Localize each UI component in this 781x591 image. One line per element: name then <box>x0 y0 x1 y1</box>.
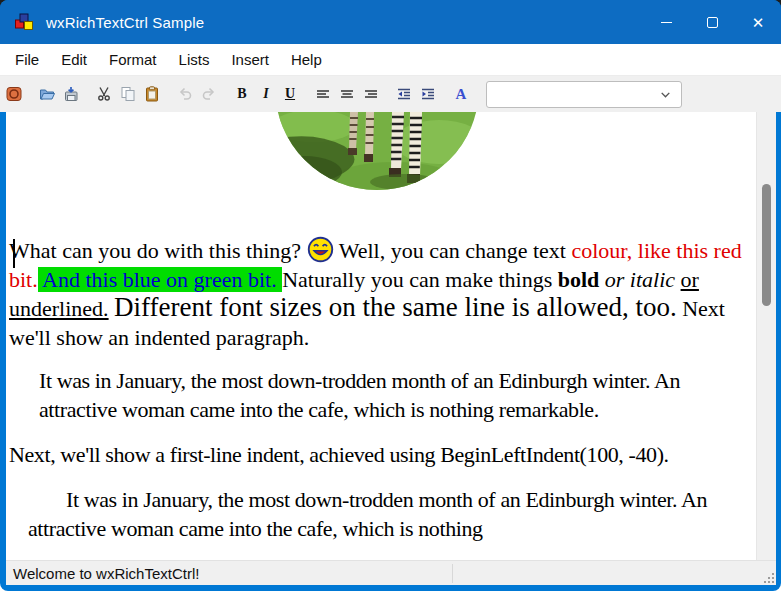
smiley-face-icon <box>307 238 334 263</box>
text-run-normal: What can you do with this thing? <box>9 238 307 263</box>
bold-button[interactable]: B <box>231 82 253 106</box>
toolbar-group: BIU <box>230 82 302 106</box>
toolbar-group <box>392 82 440 106</box>
menu-lists[interactable]: Lists <box>168 44 221 75</box>
cut-button[interactable] <box>93 82 115 106</box>
window-title: wxRichTextCtrl Sample <box>46 14 204 31</box>
paragraph-indented: It was in January, the most down-trodden… <box>39 366 730 424</box>
maximize-icon <box>707 17 718 28</box>
wx-blocks-icon <box>13 11 35 33</box>
toolbar-group <box>311 82 383 106</box>
text-run-normal: Naturally you can make things <box>282 267 558 292</box>
status-message: Welcome to wxRichTextCtrl! <box>6 565 199 582</box>
menu-file[interactable]: File <box>4 44 50 75</box>
italic-button[interactable]: I <box>255 82 277 106</box>
status-bar: Welcome to wxRichTextCtrl! <box>6 560 776 585</box>
font-colour-button[interactable]: A <box>450 82 472 106</box>
undo-button[interactable] <box>174 82 196 106</box>
text-run-normal: Well, you can change text <box>334 238 572 263</box>
embedded-image[interactable] <box>274 112 480 190</box>
indent-more-button[interactable] <box>417 82 439 106</box>
menu-format[interactable]: Format <box>98 44 168 75</box>
toolbar-group: A <box>449 82 473 106</box>
chevron-down-icon <box>659 88 672 101</box>
scrollbar-thumb[interactable] <box>762 184 771 306</box>
menu-bar: File Edit Format Lists Insert Help <box>0 44 781 76</box>
minimize-icon <box>661 22 672 23</box>
status-row: Welcome to wxRichTextCtrl! <box>0 560 781 585</box>
toolbar-group <box>92 82 164 106</box>
text-run-italic: or italic <box>605 267 675 292</box>
copy-button[interactable] <box>117 82 139 106</box>
align-center-button[interactable] <box>336 82 358 106</box>
paste-button[interactable] <box>141 82 163 106</box>
text-run-normal: Next, we'll show a first-line indent, ac… <box>9 442 669 467</box>
font-name-combobox[interactable] <box>486 81 682 108</box>
close-button[interactable]: ✕ <box>735 0 781 44</box>
window-frame-right-2 <box>776 560 781 585</box>
vertical-scrollbar[interactable] <box>756 112 776 560</box>
toolbar-group <box>2 82 26 106</box>
richtext-editor[interactable]: What can you do with this thing? Well, y… <box>6 112 756 560</box>
indent-less-button[interactable] <box>393 82 415 106</box>
sample-app-button[interactable] <box>3 82 25 106</box>
menu-help[interactable]: Help <box>280 44 333 75</box>
underline-button[interactable]: U <box>279 82 301 106</box>
close-icon: ✕ <box>752 15 765 30</box>
window-controls: ✕ <box>643 0 781 44</box>
menu-insert[interactable]: Insert <box>220 44 280 75</box>
align-left-button[interactable] <box>312 82 334 106</box>
text-caret <box>13 239 15 268</box>
paragraph-firstline-indent: It was in January, the most down-trodden… <box>28 485 728 543</box>
redo-button[interactable] <box>198 82 220 106</box>
paragraph-intro: What can you do with this thing? Well, y… <box>9 236 754 352</box>
text-run-large: Different font sizes on the same line is… <box>114 292 677 322</box>
resize-grip-icon[interactable] <box>762 571 774 583</box>
maximize-button[interactable] <box>689 0 735 44</box>
menu-edit[interactable]: Edit <box>50 44 98 75</box>
status-field-divider <box>452 564 453 583</box>
save-button[interactable] <box>60 82 82 106</box>
window-frame-bottom <box>0 585 781 591</box>
minimize-button[interactable] <box>643 0 689 44</box>
toolbar-group <box>173 82 221 106</box>
app-window: wxRichTextCtrl Sample ✕ File Edit Format… <box>0 0 781 591</box>
open-button[interactable] <box>36 82 58 106</box>
text-run-normal: It was in January, the most down-trodden… <box>39 368 680 422</box>
text-run-bold: bold <box>558 267 600 292</box>
toolbar: BIUA <box>0 76 781 112</box>
content-area: What can you do with this thing? Well, y… <box>0 112 781 560</box>
align-right-button[interactable] <box>360 82 382 106</box>
text-run-bluegreen: And this blue on green bit. <box>38 267 282 292</box>
paragraph-indent-note: Next, we'll show a first-line indent, ac… <box>9 440 754 469</box>
toolbar-group <box>35 82 83 106</box>
title-bar[interactable]: wxRichTextCtrl Sample ✕ <box>0 0 781 44</box>
text-run-normal: It was in January, the most down-trodden… <box>28 487 707 541</box>
window-frame-right <box>776 112 781 560</box>
